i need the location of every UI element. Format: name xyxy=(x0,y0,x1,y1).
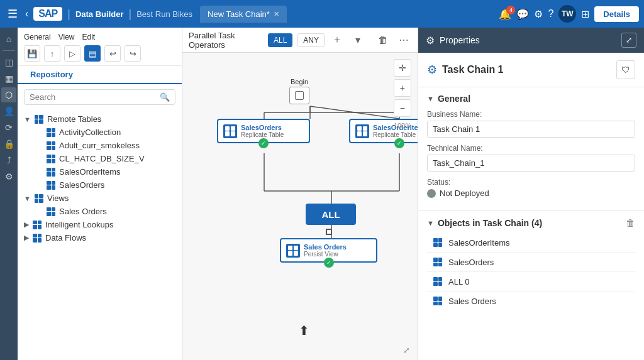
technical-name-label: Technical Name: xyxy=(427,144,635,153)
list-item[interactable]: ALL 0 xyxy=(427,272,635,292)
back-icon[interactable]: ‹ xyxy=(25,8,28,19)
active-tab[interactable]: New Task Chain* ✕ xyxy=(200,6,287,23)
edit-menu[interactable]: Edit xyxy=(82,33,96,41)
notification-badge: 4 xyxy=(506,6,515,14)
nav-users-icon[interactable]: 👤 xyxy=(1,104,16,119)
chat-icon[interactable]: 💬 xyxy=(516,8,529,20)
add-operator-icon[interactable]: ＋ xyxy=(330,31,345,49)
check-icon: ✓ xyxy=(258,138,269,148)
zoom-label: 100% xyxy=(394,122,411,129)
general-menu[interactable]: General xyxy=(24,33,51,41)
delete-icon[interactable]: 🗑 xyxy=(375,31,391,49)
zoom-in-icon[interactable]: + xyxy=(394,79,411,97)
avatar[interactable]: TW xyxy=(558,5,576,23)
grid-icon[interactable]: ⊞ xyxy=(581,8,589,20)
list-item[interactable]: SalesOrders xyxy=(427,253,635,272)
tree-views[interactable]: ▼ Views xyxy=(18,192,182,205)
tab-repository[interactable]: Repository xyxy=(24,66,79,84)
bell-icon[interactable]: 🔔 4 xyxy=(499,8,511,20)
properties-expand-btn[interactable]: ⤢ xyxy=(621,33,636,48)
search-icon: 🔍 xyxy=(160,92,170,102)
list-item[interactable]: Adult_curr_smokeless xyxy=(18,139,182,152)
deploy-icon-btn[interactable]: ↑ xyxy=(44,45,60,62)
tab-close-icon[interactable]: ✕ xyxy=(274,10,279,18)
remote-tables-icon xyxy=(35,115,43,124)
all-operator-btn[interactable]: ALL xyxy=(268,33,292,47)
sales-orders-persist-node[interactable]: Sales Orders Persist View ✓ xyxy=(280,238,377,263)
redo-icon-btn[interactable]: ↪ xyxy=(125,45,141,62)
begin-label: Begin xyxy=(291,78,308,85)
begin-box[interactable] xyxy=(289,87,309,104)
canvas-toolbar: Parallel Task Operators ALL ANY ＋ ▾ 🗑 ⋯ xyxy=(182,28,418,53)
hamburger-icon[interactable]: ☰ xyxy=(5,4,20,23)
canvas-area: Parallel Task Operators ALL ANY ＋ ▾ 🗑 ⋯ xyxy=(182,28,418,360)
any-operator-btn[interactable]: ANY xyxy=(297,33,325,47)
object-label: SalesOrderItems xyxy=(448,238,510,248)
app-name: Data Builder xyxy=(75,9,124,19)
list-item[interactable]: SalesOrderItems xyxy=(18,165,182,178)
nav-lock-icon[interactable]: 🔒 xyxy=(1,136,16,151)
general-section-header[interactable]: ▼ General xyxy=(427,94,635,104)
status-field: Status: Not Deployed xyxy=(427,178,635,198)
node3-sub: Persist View xyxy=(304,251,347,258)
topbar: ☰ ‹ SAP | Data Builder | Best Run Bikes … xyxy=(0,0,644,28)
properties-header-label: Properties xyxy=(440,35,480,45)
help-icon[interactable]: ? xyxy=(548,8,553,19)
zoom-out-icon[interactable]: − xyxy=(394,99,411,117)
nav-flow-icon[interactable]: ⟳ xyxy=(1,120,16,135)
all-node[interactable]: ALL xyxy=(306,204,356,225)
nav-repository-icon[interactable]: ◫ xyxy=(1,55,16,70)
tree-data-flows[interactable]: ▶ Data Flows xyxy=(18,231,182,244)
dropdown-arrow-icon[interactable]: ▾ xyxy=(350,31,366,49)
preview-icon-btn[interactable]: ▷ xyxy=(64,45,80,62)
list-item[interactable]: Sales Orders xyxy=(18,205,182,218)
salesorders-node[interactable]: SalesOrders Replicate Table ✓ xyxy=(217,119,310,143)
node3-name: Sales Orders xyxy=(304,243,347,251)
expand-canvas-icon[interactable]: ⤢ xyxy=(400,344,413,356)
begin-node: Begin xyxy=(289,78,309,104)
node2-sub: Replicate Table xyxy=(373,131,418,138)
object-label: ALL 0 xyxy=(448,277,470,286)
properties-panel: ⚙ Properties ⤢ ⚙ Task Chain 1 🛡 ▼ Genera… xyxy=(418,28,644,360)
search-input[interactable] xyxy=(30,92,156,102)
chevron-right-icon: ▶ xyxy=(24,234,29,242)
more-icon[interactable]: ⋯ xyxy=(396,31,412,49)
canvas[interactable]: Begin SalesOr xyxy=(182,53,418,360)
objects-section: ▼ Objects in Task Chain (4) 🗑 SalesOrder… xyxy=(418,211,644,317)
objects-delete-icon[interactable]: 🗑 xyxy=(626,217,635,228)
list-item[interactable]: Sales Orders xyxy=(427,292,635,310)
objects-section-header[interactable]: ▼ Objects in Task Chain (4) 🗑 xyxy=(427,217,635,228)
technical-name-input[interactable] xyxy=(427,155,635,172)
save-icon-btn[interactable]: 💾 xyxy=(24,45,40,62)
list-item[interactable]: ActivityCollection xyxy=(18,126,182,139)
nav-chain-icon[interactable]: ⬡ xyxy=(1,87,16,102)
tree-remote-tables[interactable]: ▼ Remote Tables xyxy=(18,112,182,126)
main-area: ⌂ ◫ ▦ ⬡ 👤 ⟳ 🔒 ⤴ ⚙ General View Edit 💾 ↑ … xyxy=(0,28,644,360)
sidebar-menu: General View Edit xyxy=(24,31,175,43)
undo-icon-btn[interactable]: ↩ xyxy=(104,45,121,62)
list-item[interactable]: SalesOrders xyxy=(18,178,182,192)
status-value: Not Deployed xyxy=(427,188,635,198)
nav-share-icon[interactable]: ⤴ xyxy=(1,153,16,168)
layout-icon-btn[interactable]: ▤ xyxy=(84,45,101,62)
left-nav: ⌂ ◫ ▦ ⬡ 👤 ⟳ 🔒 ⤴ ⚙ xyxy=(0,28,18,360)
tree-intelligent-lookups[interactable]: ▶ Intelligent Lookups xyxy=(18,218,182,231)
nav-home-icon[interactable]: ⌂ xyxy=(1,31,16,46)
nav-settings-icon[interactable]: ⚙ xyxy=(1,169,16,184)
chevron-right-icon: ▶ xyxy=(24,221,29,229)
svg-line-1 xyxy=(310,106,399,119)
props-title-row: ⚙ Task Chain 1 🛡 xyxy=(418,53,644,87)
list-item[interactable]: CL_HATC_DB_SIZE_V xyxy=(18,152,182,165)
status-text: Not Deployed xyxy=(440,188,489,198)
nav-data-icon[interactable]: ▦ xyxy=(1,71,16,86)
view-menu[interactable]: View xyxy=(58,33,75,41)
list-item[interactable]: SalesOrderItems xyxy=(427,233,635,253)
props-security-btn[interactable]: 🛡 xyxy=(616,60,635,79)
business-name-input[interactable] xyxy=(427,121,635,138)
sidebar-icons: 💾 ↑ ▷ ▤ ↩ ↪ xyxy=(24,45,175,62)
details-button[interactable]: Details xyxy=(594,6,639,22)
settings-icon[interactable]: ⚙ xyxy=(534,8,543,20)
business-name-label: Business Name: xyxy=(427,110,635,119)
navigate-icon[interactable]: ✛ xyxy=(394,59,411,77)
search-box[interactable]: 🔍 xyxy=(24,89,175,105)
